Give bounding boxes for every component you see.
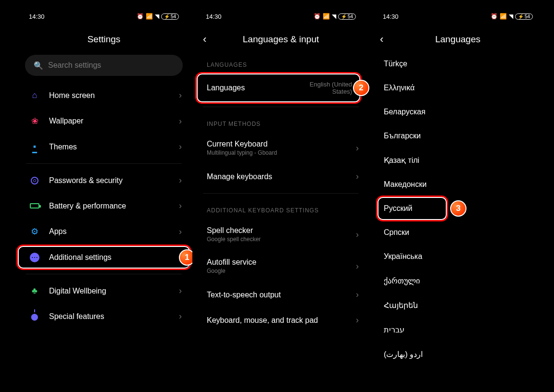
section-header-additional: ADDITIONAL KEYBOARD SETTINGS bbox=[196, 197, 365, 219]
header: ‹ Languages bbox=[373, 27, 542, 52]
chevron-right-icon: › bbox=[356, 230, 359, 240]
item-sub: Google spell checker bbox=[207, 236, 356, 243]
panel-settings: 14:30 ⏰ 📶 ◥ ⚡54 Settings 🔍 Search settin… bbox=[15, 0, 192, 392]
item-label: Home screen bbox=[49, 91, 179, 100]
item-label: Current Keyboard bbox=[207, 140, 356, 148]
language-item[interactable]: עברית bbox=[373, 318, 542, 342]
highlight-box bbox=[376, 196, 448, 221]
item-label: Themes bbox=[49, 143, 179, 151]
section-header-languages: LANGUAGES bbox=[196, 52, 365, 73]
list-item[interactable]: Spell checkerGoogle spell checker› bbox=[196, 219, 365, 250]
item-label: Battery & performance bbox=[49, 202, 179, 210]
list-item[interactable]: Autofill serviceGoogle› bbox=[196, 250, 365, 282]
settings-item[interactable]: Apps› bbox=[19, 219, 189, 245]
settings-item[interactable]: Home screen› bbox=[19, 83, 189, 108]
item-label: Languages bbox=[207, 84, 294, 92]
list-item[interactable]: LanguagesEnglish (United States)›2 bbox=[196, 73, 365, 103]
well-icon bbox=[26, 286, 43, 296]
battery-icon: ⚡54 bbox=[161, 13, 179, 20]
item-label: Apps bbox=[49, 227, 179, 236]
divider bbox=[203, 107, 359, 107]
list-item[interactable]: Current KeyboardMultilingual typing - Gb… bbox=[196, 132, 365, 164]
language-item[interactable]: Македонски bbox=[373, 172, 542, 196]
theme-icon bbox=[26, 142, 43, 152]
language-item[interactable]: Türkçe bbox=[373, 52, 542, 76]
panel-languages-list: 14:30 ⏰ 📶 ◥ ⚡54 ‹ Languages TürkçeΕλληνι… bbox=[369, 0, 546, 392]
alarm-icon: ⏰ bbox=[137, 13, 144, 20]
page-title: Settings bbox=[88, 34, 121, 45]
divider bbox=[26, 163, 182, 164]
language-item[interactable]: Беларуская bbox=[373, 100, 542, 124]
status-bar: 14:30 ⏰ 📶 ◥ ⚡54 bbox=[196, 11, 365, 22]
page-title: Languages & input bbox=[243, 34, 319, 45]
callout-badge: 2 bbox=[353, 80, 369, 96]
item-label: Spell checker bbox=[207, 226, 356, 235]
callout-badge: 3 bbox=[450, 200, 466, 217]
item-label: Digital Wellbeing bbox=[49, 287, 179, 295]
battery-icon: ⚡54 bbox=[338, 13, 356, 20]
wifi-icon: ◥ bbox=[155, 13, 159, 20]
settings-item[interactable]: Wallpaper› bbox=[19, 108, 189, 134]
item-label: Special features bbox=[49, 312, 179, 321]
item-label: Autofill service bbox=[207, 258, 356, 267]
battery-icon: ⚡54 bbox=[515, 13, 533, 20]
settings-item[interactable]: Battery & performance› bbox=[19, 193, 189, 219]
chevron-right-icon: › bbox=[179, 175, 182, 185]
status-bar: 14:30 ⏰ 📶 ◥ ⚡54 bbox=[19, 11, 189, 22]
language-item[interactable]: Ελληνικά bbox=[373, 76, 542, 100]
item-label: Passwords & security bbox=[49, 176, 179, 185]
item-label: Manage keyboards bbox=[207, 172, 356, 181]
status-bar: 14:30 ⏰ 📶 ◥ ⚡54 bbox=[373, 11, 542, 22]
back-icon[interactable]: ‹ bbox=[203, 33, 206, 46]
item-sub: Google bbox=[207, 268, 356, 274]
chevron-right-icon: › bbox=[179, 227, 182, 237]
settings-item[interactable]: Digital Wellbeing› bbox=[19, 278, 189, 304]
apps-icon bbox=[26, 226, 43, 237]
language-item[interactable]: Русский3 bbox=[373, 196, 542, 220]
wall-icon bbox=[26, 116, 43, 126]
language-item[interactable]: Български bbox=[373, 124, 542, 148]
more-icon bbox=[26, 253, 43, 262]
list-item[interactable]: Manage keyboards› bbox=[196, 164, 365, 189]
list-item[interactable]: Text-to-speech output› bbox=[196, 282, 365, 307]
divider bbox=[203, 193, 359, 194]
chevron-right-icon: › bbox=[179, 116, 182, 126]
language-item[interactable]: Српски bbox=[373, 220, 542, 245]
item-label: Wallpaper bbox=[49, 117, 179, 125]
language-item[interactable]: Українська bbox=[373, 245, 542, 269]
item-label: Keyboard, mouse, and track pad bbox=[207, 316, 356, 325]
settings-item[interactable]: Passwords & security› bbox=[19, 168, 189, 193]
settings-item[interactable]: Themes› bbox=[19, 134, 189, 159]
status-time: 14:30 bbox=[29, 13, 45, 20]
divider bbox=[26, 274, 182, 274]
language-item[interactable]: Қазақ тілі bbox=[373, 148, 542, 172]
signal-icon: 📶 bbox=[500, 13, 507, 20]
settings-item[interactable]: Additional settings›1 bbox=[19, 245, 189, 270]
lock-icon bbox=[26, 177, 43, 184]
back-icon[interactable]: ‹ bbox=[380, 33, 383, 46]
language-item[interactable]: اردو (بھارت) bbox=[373, 342, 542, 367]
list-item[interactable]: Keyboard, mouse, and track pad› bbox=[196, 307, 365, 333]
search-input[interactable]: 🔍 Search settings bbox=[25, 55, 183, 76]
search-icon: 🔍 bbox=[34, 61, 43, 70]
chevron-right-icon: › bbox=[356, 261, 359, 271]
header: ‹ Languages & input bbox=[196, 27, 365, 52]
chevron-right-icon: › bbox=[179, 311, 182, 321]
language-item[interactable]: Հայերեն bbox=[373, 293, 542, 318]
wifi-icon: ◥ bbox=[509, 13, 513, 20]
spec-icon bbox=[26, 311, 43, 321]
settings-item[interactable]: Special features› bbox=[19, 304, 189, 329]
home-icon bbox=[26, 90, 43, 100]
chevron-right-icon: › bbox=[179, 286, 182, 296]
status-time: 14:30 bbox=[383, 13, 399, 20]
signal-icon: 📶 bbox=[146, 13, 153, 20]
chevron-right-icon: › bbox=[356, 172, 359, 182]
search-placeholder: Search settings bbox=[48, 61, 101, 70]
alarm-icon: ⏰ bbox=[491, 13, 498, 20]
section-header-input: INPUT METHODS bbox=[196, 111, 365, 132]
page-title: Languages bbox=[435, 34, 480, 45]
language-item[interactable]: ქართული bbox=[373, 269, 542, 293]
item-sub: Multilingual typing - Gboard bbox=[207, 149, 356, 156]
chevron-right-icon: › bbox=[356, 290, 359, 300]
alarm-icon: ⏰ bbox=[314, 13, 321, 20]
